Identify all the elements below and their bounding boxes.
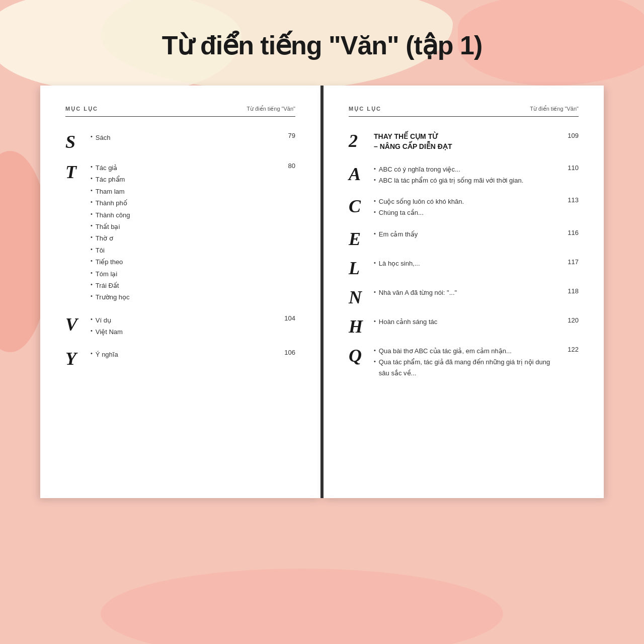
right-page-num-q: 122	[560, 346, 579, 353]
main-content: Từ điển tiếng "Văn" (tập 1) MỤC LỤC Từ đ…	[0, 0, 644, 644]
list-item: •Ý nghĩa	[91, 349, 274, 360]
list-item: •Hoàn cảnh sáng tác	[374, 316, 560, 328]
toc-row-t: T •Tác giả •Tác phẩm •Tham lam •Thành ph…	[65, 162, 295, 314]
toc-section-s: S • Sách	[65, 132, 278, 151]
left-header-title: Từ điển tiếng "Văn"	[247, 106, 295, 112]
right-letter-q: Q	[349, 347, 374, 365]
right-page-num-c: 113	[560, 196, 579, 204]
right-letter-c: C	[349, 197, 374, 215]
letter-v: V	[65, 315, 91, 334]
list-item: •Qua bài thơ ABC của tác giả, em cảm nhậ…	[374, 346, 560, 357]
page-num-y: 106	[274, 349, 295, 356]
right-page-header: MỤC LỤC Từ điển tiếng "Văn"	[349, 106, 579, 117]
chapter-header: 2 THAY THẾ CỤM TỪ– NÂNG CẤP DIỄN ĐẠT	[349, 132, 560, 151]
right-toc-row-h: H •Hoàn cảnh sáng tác 120	[349, 316, 579, 346]
list-item: •Thành phố	[91, 197, 278, 209]
list-item: •Thành công	[91, 209, 278, 221]
right-letter-n: N	[349, 288, 374, 306]
right-letter-a: A	[349, 165, 374, 183]
right-page-num-n: 118	[560, 287, 579, 295]
right-toc-row-l: L •Là học sinh,... 117	[349, 258, 579, 287]
chapter-title: THAY THẾ CỤM TỪ– NÂNG CẤP DIỄN ĐẠT	[374, 132, 560, 151]
right-toc-section-e: E •Em cảm thấy	[349, 229, 560, 248]
list-item: •Tham lam	[91, 186, 278, 197]
right-page-num-l: 117	[560, 258, 579, 266]
toc-section-t: T •Tác giả •Tác phẩm •Tham lam •Thành ph…	[65, 162, 278, 303]
list-item: •ABC có ý nghĩa trong việc...	[374, 164, 560, 175]
right-toc-row-q: Q •Qua bài thơ ABC của tác giả, em cảm n…	[349, 346, 579, 389]
right-toc-section-q: Q •Qua bài thơ ABC của tác giả, em cảm n…	[349, 346, 560, 379]
list-item: •Chúng ta cần...	[374, 207, 560, 218]
letter-t: T	[65, 163, 91, 181]
right-letter-l: L	[349, 259, 374, 277]
page-title: Từ điển tiếng "Văn" (tập 1)	[162, 30, 482, 60]
right-page-num-a: 110	[560, 164, 579, 172]
right-letter-h: H	[349, 317, 374, 336]
list-item: •Tác giả	[91, 162, 278, 174]
right-items-c: •Cuộc sống luôn có khó khăn. •Chúng ta c…	[374, 196, 560, 218]
toc-items-v: •Ví dụ •Việt Nam	[91, 314, 274, 338]
right-toc-row-e: E •Em cảm thấy 116	[349, 229, 579, 258]
list-item: •Tóm lại	[91, 268, 278, 280]
list-item: •Cuộc sống luôn có khó khăn.	[374, 196, 560, 207]
chapter-num: 2	[349, 132, 374, 150]
chapter-row: 2 THAY THẾ CỤM TỪ– NÂNG CẤP DIỄN ĐẠT 109	[349, 132, 579, 164]
right-toc-section-h: H •Hoàn cảnh sáng tác	[349, 316, 560, 336]
right-toc-section-l: L •Là học sinh,...	[349, 258, 560, 277]
right-items-h: •Hoàn cảnh sáng tác	[374, 316, 560, 328]
list-item: •ABC là tác phẩm có giá trị sống mãi với…	[374, 175, 560, 186]
toc-section-y: Y •Ý nghĩa	[65, 349, 274, 368]
right-toc-row-a: A •ABC có ý nghĩa trong việc... •ABC là …	[349, 164, 579, 196]
toc-items-t: •Tác giả •Tác phẩm •Tham lam •Thành phố …	[91, 162, 278, 303]
list-item: •Em cảm thấy	[374, 229, 560, 240]
right-header-title: Từ điển tiếng "Văn"	[530, 106, 579, 112]
list-item: •Thất bại	[91, 221, 278, 232]
list-item: •Tiếp theo	[91, 256, 278, 268]
right-toc-section-c: C •Cuộc sống luôn có khó khăn. •Chúng ta…	[349, 196, 560, 218]
toc-row-y: Y •Ý nghĩa 106	[65, 349, 295, 379]
letter-y: Y	[65, 350, 91, 368]
right-muc-luc-label: MỤC LỤC	[349, 106, 381, 112]
page-num-s: 79	[278, 132, 295, 139]
list-item: •Nhà văn A đã từng nói: "..."	[374, 287, 560, 298]
right-toc-row-n: N •Nhà văn A đã từng nói: "..." 118	[349, 287, 579, 316]
books-container: MỤC LỤC Từ điển tiếng "Văn" S • Sách 79	[40, 86, 604, 498]
chapter-title-block: THAY THẾ CỤM TỪ– NÂNG CẤP DIỄN ĐẠT	[374, 132, 560, 151]
list-item: •Trường học	[91, 291, 278, 303]
toc-items-y: •Ý nghĩa	[91, 349, 274, 360]
page-num-t: 80	[278, 162, 295, 170]
left-page: MỤC LỤC Từ điển tiếng "Văn" S • Sách 79	[40, 86, 322, 498]
list-item: •Ví dụ	[91, 314, 274, 326]
list-item: •Tác phẩm	[91, 174, 278, 185]
left-page-header: MỤC LỤC Từ điển tiếng "Văn"	[65, 106, 295, 117]
right-toc-row-c: C •Cuộc sống luôn có khó khăn. •Chúng ta…	[349, 196, 579, 228]
chapter-page-num: 109	[560, 132, 579, 164]
right-toc-section-n: N •Nhà văn A đã từng nói: "..."	[349, 287, 560, 306]
right-page: MỤC LỤC Từ điển tiếng "Văn" 2 THAY THẾ C…	[322, 86, 604, 498]
toc-section-v: V •Ví dụ •Việt Nam	[65, 314, 274, 338]
right-page-num-e: 116	[560, 229, 579, 236]
letter-s: S	[65, 133, 91, 151]
list-item: •Là học sinh,...	[374, 258, 560, 269]
toc-row-s: S • Sách 79	[65, 132, 295, 162]
list-item: •Thờ ơ	[91, 232, 278, 244]
list-item: •Tôi	[91, 245, 278, 256]
right-items-e: •Em cảm thấy	[374, 229, 560, 240]
list-item: • Sách	[91, 132, 278, 143]
right-items-a: •ABC có ý nghĩa trong việc... •ABC là tá…	[374, 164, 560, 186]
right-page-num-h: 120	[560, 316, 579, 324]
toc-row-v: V •Ví dụ •Việt Nam 104	[65, 314, 295, 349]
list-item: •Trái Đất	[91, 280, 278, 291]
right-items-n: •Nhà văn A đã từng nói: "..."	[374, 287, 560, 298]
page-num-v: 104	[274, 314, 295, 322]
right-items-q: •Qua bài thơ ABC của tác giả, em cảm nhậ…	[374, 346, 560, 379]
left-muc-luc-label: MỤC LỤC	[65, 106, 98, 112]
right-toc-section-a: A •ABC có ý nghĩa trong việc... •ABC là …	[349, 164, 560, 186]
list-item: •Việt Nam	[91, 326, 274, 338]
list-item: •Qua tác phẩm, tác giả đã mang đến những…	[374, 357, 560, 379]
right-letter-e: E	[349, 230, 374, 248]
toc-items-s: • Sách	[91, 132, 278, 143]
right-items-l: •Là học sinh,...	[374, 258, 560, 269]
